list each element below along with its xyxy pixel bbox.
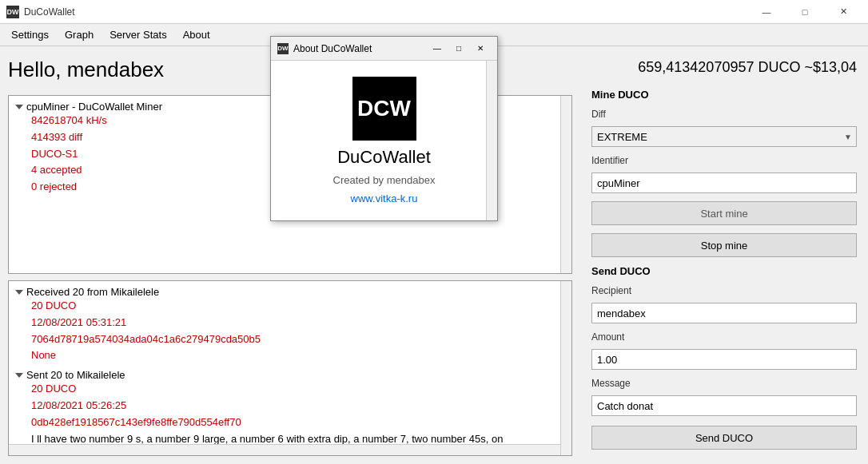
tx-sent-time: 12/08/2021 05:26:25: [31, 398, 565, 414]
tx-received-amount: 20 DUCO: [31, 298, 565, 315]
modal-app-name: DuCoWallet: [337, 147, 431, 168]
tx-sent-amount: 20 DUCO: [31, 381, 565, 398]
message-input[interactable]: [591, 395, 857, 416]
tx-received-details: 20 DUCO 12/08/2021 05:31:21 7064d78719a5…: [15, 298, 565, 364]
start-mine-button[interactable]: Start mine: [591, 201, 857, 225]
amount-input[interactable]: [591, 349, 857, 370]
transactions-content: Received 20 from Mikailelele 20 DUCO 12/…: [9, 281, 571, 456]
send-duco-button[interactable]: Send DUCO: [591, 426, 857, 450]
tx-scrollbar-h[interactable]: [9, 444, 560, 455]
tx-received-hash: 7064d78719a574034ada04c1a6c279479cda50b5: [31, 331, 565, 348]
tx-collapse-icon-1[interactable]: [15, 373, 23, 378]
menu-graph[interactable]: Graph: [57, 26, 102, 44]
diff-select-wrapper: EXTREME HIGH MEDIUM LOW: [591, 126, 857, 147]
recipient-input[interactable]: [591, 303, 857, 323]
balance-display: 659,41342070957 DUCO ~$13,04: [591, 54, 857, 81]
tx-scrollbar-v[interactable]: [560, 281, 571, 455]
dcw-logo: DCW: [352, 77, 416, 141]
minimize-button[interactable]: —: [748, 1, 785, 23]
collapse-icon[interactable]: [15, 105, 23, 109]
diff-select[interactable]: EXTREME HIGH MEDIUM LOW: [591, 126, 857, 147]
right-panel: 659,41342070957 DUCO ~$13,04 Mine DUCO D…: [580, 46, 868, 464]
modal-title: About DuCoWallet: [293, 43, 422, 54]
modal-app-icon: DW: [277, 43, 289, 54]
app-icon: DW: [6, 6, 19, 18]
modal-close-button[interactable]: ✕: [470, 40, 491, 58]
modal-body: DCW DuCoWallet Created by mendabex www.v…: [271, 61, 497, 220]
amount-label: Amount: [591, 331, 857, 343]
app-title: DuCoWallet: [24, 6, 748, 18]
miners-scrollbar[interactable]: [560, 96, 571, 273]
modal-url-link[interactable]: www.vitka-k.ru: [351, 192, 418, 204]
tx-sent: Sent 20 to Mikailelele 20 DUCO 12/08/202…: [15, 369, 565, 447]
tx-received-header: Received 20 from Mikailelele: [15, 286, 565, 298]
modal-scrollbar[interactable]: [486, 61, 497, 220]
modal-maximize-button[interactable]: □: [448, 40, 469, 58]
miner-title: cpuMiner - DuCoWallet Miner: [26, 101, 162, 113]
modal-titlebar: DW About DuCoWallet — □ ✕: [271, 37, 497, 61]
message-label: Message: [591, 378, 857, 389]
recipient-label: Recipient: [591, 285, 857, 296]
menu-about[interactable]: About: [175, 26, 218, 44]
stop-mine-button[interactable]: Stop mine: [591, 233, 857, 257]
maximize-button[interactable]: □: [786, 1, 823, 23]
tx-received: Received 20 from Mikailelele 20 DUCO 12/…: [15, 286, 565, 364]
about-modal: DW About DuCoWallet — □ ✕ DCW DuCoWallet…: [270, 36, 498, 221]
tx-sent-details: 20 DUCO 12/08/2021 05:26:25 0db428ef1918…: [15, 381, 565, 447]
tx-collapse-icon-0[interactable]: [15, 290, 23, 295]
tx-received-title: Received 20 from Mikailelele: [26, 286, 159, 298]
tx-sent-header: Sent 20 to Mikailelele: [15, 369, 565, 381]
tx-sent-hash: 0db428ef1918567c143ef9fe8ffe790d554eff70: [31, 414, 565, 431]
modal-minimize-button[interactable]: —: [427, 40, 448, 58]
modal-controls: — □ ✕: [427, 40, 491, 58]
menu-settings[interactable]: Settings: [3, 26, 57, 44]
tx-received-time: 12/08/2021 05:31:21: [31, 315, 565, 331]
mine-section-title: Mine DUCO: [591, 89, 857, 101]
tx-received-note: None: [31, 347, 565, 364]
close-button[interactable]: ✕: [825, 1, 862, 23]
menu-server-stats[interactable]: Server Stats: [102, 26, 175, 44]
window-controls: — □ ✕: [748, 1, 862, 23]
modal-created-by: Created by mendabex: [333, 174, 436, 186]
identifier-label: Identifier: [591, 155, 857, 166]
diff-label: Diff: [591, 109, 857, 120]
identifier-input[interactable]: [591, 173, 857, 193]
send-section-title: Send DUCO: [591, 265, 857, 277]
tx-sent-title: Sent 20 to Mikailelele: [26, 369, 125, 381]
title-bar: DW DuCoWallet — □ ✕: [0, 0, 868, 24]
transactions-box: Received 20 from Mikailelele 20 DUCO 12/…: [8, 280, 572, 456]
